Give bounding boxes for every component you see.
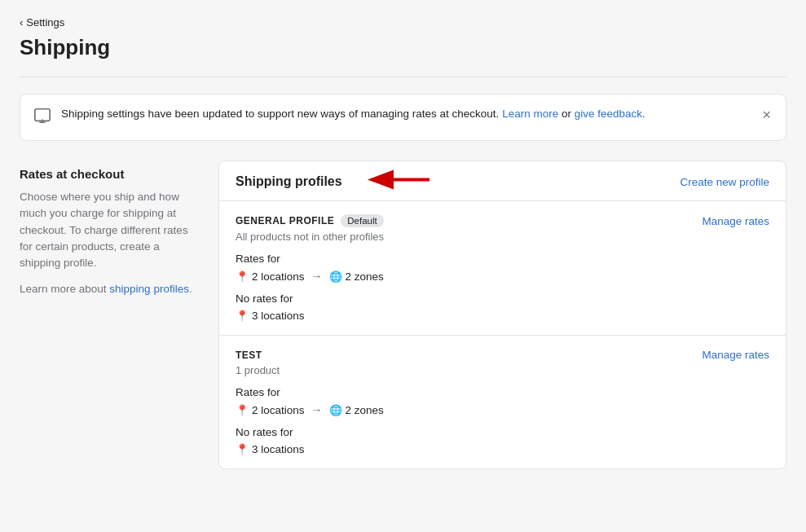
general-no-rates-label: No rates for	[236, 292, 769, 305]
pin-icon-4: 📍	[236, 443, 249, 455]
test-profile-subtitle: 1 product	[236, 364, 769, 376]
pin-icon-3: 📍	[236, 404, 249, 416]
sidebar-title: Rates at checkout	[20, 167, 199, 181]
sidebar-description: Choose where you ship and how much you c…	[20, 189, 199, 271]
notification-text: Shipping settings have been updated to s…	[61, 106, 751, 122]
sidebar-link-text: Learn more about shipping profiles.	[20, 283, 199, 295]
shipping-profiles-link[interactable]: shipping profiles	[109, 283, 189, 295]
red-arrow-indicator	[366, 168, 431, 195]
sidebar: Rates at checkout Choose where you ship …	[20, 160, 199, 295]
learn-more-link[interactable]: Learn more	[502, 108, 558, 120]
profiles-header: Shipping profiles Create new prof	[219, 161, 786, 201]
general-rates-locations: 📍 2 locations	[236, 270, 305, 283]
create-new-profile-link[interactable]: Create new profile	[680, 176, 769, 188]
general-manage-rates-link[interactable]: Manage rates	[702, 215, 769, 227]
test-rates-zones: 🌐 2 zones	[329, 404, 384, 416]
profile-test-name: TEST	[236, 350, 262, 361]
globe-icon-1: 🌐	[329, 270, 342, 283]
page-title: Shipping	[20, 35, 786, 60]
test-no-rates-label: No rates for	[236, 426, 769, 438]
test-rates-locations: 📍 2 locations	[236, 404, 305, 416]
notification-icon	[33, 107, 51, 129]
svg-rect-0	[35, 109, 50, 121]
profile-test-name-row: TEST	[236, 350, 262, 361]
title-divider	[20, 77, 786, 77]
test-no-rates-row: 📍 3 locations	[236, 443, 769, 455]
general-rates-row: 📍 2 locations → 🌐 2 zones	[236, 270, 769, 283]
test-manage-rates-link[interactable]: Manage rates	[702, 349, 769, 361]
profile-general-name-row: GENERAL PROFILE Default	[236, 214, 384, 227]
test-rates-for-label: Rates for	[236, 386, 769, 398]
content-layout: Rates at checkout Choose where you ship …	[20, 160, 786, 469]
give-feedback-link[interactable]: give feedback	[575, 108, 642, 120]
profile-general-name: GENERAL PROFILE	[236, 215, 334, 226]
main-content: Shipping profiles Create new prof	[218, 160, 786, 469]
breadcrumb: ‹ Settings	[20, 16, 786, 29]
notification-banner: Shipping settings have been updated to s…	[20, 94, 786, 141]
globe-icon-2: 🌐	[329, 404, 342, 416]
general-no-rates-row: 📍 3 locations	[236, 310, 769, 322]
test-no-rates-section: No rates for 📍 3 locations	[236, 426, 769, 455]
general-rates-zones: 🌐 2 zones	[329, 270, 384, 283]
arrow-right-icon-2: →	[311, 403, 323, 416]
test-rates-row: 📍 2 locations → 🌐 2 zones	[236, 403, 769, 416]
default-badge: Default	[341, 214, 383, 227]
arrow-right-icon-1: →	[311, 270, 323, 283]
pin-icon-1: 📍	[236, 270, 249, 283]
profile-general-section: GENERAL PROFILE Default Manage rates All…	[219, 201, 786, 336]
general-no-rates-section: No rates for 📍 3 locations	[236, 292, 769, 322]
pin-icon-2: 📍	[236, 310, 249, 322]
profiles-title: Shipping profiles	[236, 174, 342, 189]
chevron-left-icon: ‹	[20, 16, 23, 29]
profile-general-top: GENERAL PROFILE Default Manage rates	[236, 214, 769, 227]
breadcrumb-settings-link[interactable]: Settings	[26, 16, 64, 29]
general-profile-subtitle: All products not in other profiles	[236, 231, 769, 243]
profiles-card: Shipping profiles Create new prof	[218, 160, 786, 469]
profile-test-top: TEST Manage rates	[236, 349, 769, 361]
profile-test-section: TEST Manage rates 1 product Rates for 📍 …	[219, 336, 786, 468]
notification-close-button[interactable]: ×	[760, 106, 773, 124]
general-rates-for-label: Rates for	[236, 253, 769, 265]
